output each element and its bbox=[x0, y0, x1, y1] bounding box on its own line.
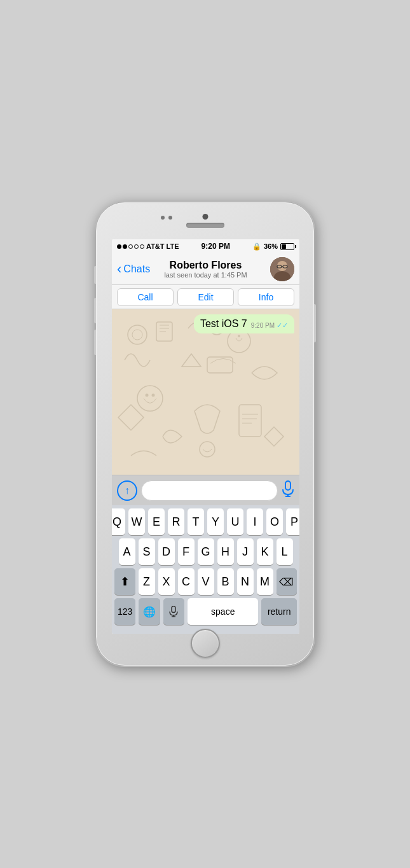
chat-messages: Test iOS 7 9:20 PM ✓✓ bbox=[112, 309, 299, 339]
key-t[interactable]: T bbox=[188, 508, 204, 535]
key-o[interactable]: O bbox=[266, 508, 283, 535]
svg-point-14 bbox=[152, 394, 155, 397]
key-q[interactable]: Q bbox=[112, 508, 125, 535]
network-label: LTE bbox=[167, 242, 179, 250]
avatar-image bbox=[270, 257, 294, 281]
svg-point-12 bbox=[137, 386, 163, 411]
last-seen: last seen today at 1:45 PM bbox=[164, 271, 247, 279]
status-right: 🔒 36% bbox=[252, 242, 294, 251]
key-z[interactable]: Z bbox=[139, 568, 155, 595]
message-time: 9:20 PM bbox=[251, 322, 275, 329]
message-meta: 9:20 PM ✓✓ bbox=[251, 321, 288, 330]
contact-name: Roberto Flores bbox=[164, 260, 247, 271]
speaker bbox=[186, 223, 224, 228]
dot1 bbox=[161, 216, 165, 220]
carrier-label: AT&T bbox=[146, 242, 165, 250]
key-k[interactable]: K bbox=[257, 538, 273, 565]
key-u[interactable]: U bbox=[227, 508, 243, 535]
ear-dots bbox=[161, 216, 172, 220]
keyboard-row-1: Q W E R T Y U I O P bbox=[112, 505, 299, 535]
numbers-key[interactable]: 123 bbox=[114, 598, 135, 625]
key-w[interactable]: W bbox=[128, 508, 145, 535]
message-status: ✓✓ bbox=[277, 321, 288, 330]
battery-fill bbox=[282, 244, 286, 249]
key-g[interactable]: G bbox=[198, 538, 214, 565]
signal-dots bbox=[117, 244, 144, 249]
key-e[interactable]: E bbox=[148, 508, 165, 535]
key-s[interactable]: S bbox=[139, 538, 155, 565]
signal-dot-4 bbox=[134, 244, 139, 249]
key-i[interactable]: I bbox=[247, 508, 263, 535]
battery-percent: 36% bbox=[264, 242, 278, 250]
power-button bbox=[314, 304, 316, 342]
nav-bar: ‹ Chats Roberto Flores last seen today a… bbox=[112, 253, 299, 285]
key-r[interactable]: R bbox=[168, 508, 184, 535]
key-x[interactable]: X bbox=[158, 568, 175, 595]
svg-point-16 bbox=[200, 442, 215, 457]
svg-point-13 bbox=[146, 394, 149, 397]
key-n[interactable]: N bbox=[237, 568, 254, 595]
key-y[interactable]: Y bbox=[207, 508, 224, 535]
message-text: Test iOS 7 bbox=[200, 318, 247, 330]
message-input[interactable] bbox=[141, 480, 278, 501]
time-label: 9:20 PM bbox=[202, 242, 230, 251]
key-l[interactable]: L bbox=[277, 538, 293, 565]
dot2 bbox=[168, 216, 172, 220]
space-key[interactable]: space bbox=[188, 598, 258, 625]
delete-key[interactable]: ⌫ bbox=[277, 568, 297, 595]
key-j[interactable]: J bbox=[237, 538, 254, 565]
phone-frame: AT&T LTE 9:20 PM 🔒 36% ‹ Chats Roberto F… bbox=[95, 202, 315, 666]
key-b[interactable]: B bbox=[217, 568, 234, 595]
phone-screen: AT&T LTE 9:20 PM 🔒 36% ‹ Chats Roberto F… bbox=[112, 239, 299, 634]
lock-icon: 🔒 bbox=[252, 242, 261, 251]
svg-rect-15 bbox=[239, 405, 261, 437]
camera bbox=[202, 214, 208, 220]
return-key[interactable]: return bbox=[261, 598, 297, 625]
status-bar: AT&T LTE 9:20 PM 🔒 36% bbox=[112, 239, 299, 253]
chat-area: Test iOS 7 9:20 PM ✓✓ bbox=[112, 309, 299, 475]
edit-button[interactable]: Edit bbox=[177, 288, 234, 306]
attach-button[interactable]: ↑ bbox=[117, 480, 137, 501]
key-h[interactable]: H bbox=[217, 538, 234, 565]
svg-rect-17 bbox=[285, 481, 290, 490]
mic-button[interactable] bbox=[282, 480, 294, 501]
action-bar: Call Edit Info bbox=[112, 285, 299, 309]
vol-up-button bbox=[94, 298, 96, 323]
mute-button bbox=[94, 266, 96, 284]
back-label: Chats bbox=[123, 263, 150, 275]
key-f[interactable]: F bbox=[178, 538, 195, 565]
signal-dot-1 bbox=[117, 244, 121, 249]
input-bar: ↑ bbox=[112, 475, 299, 505]
svg-rect-20 bbox=[172, 606, 175, 613]
shift-key[interactable]: ⬆ bbox=[114, 568, 135, 595]
vol-down-button bbox=[94, 330, 96, 355]
info-button[interactable]: Info bbox=[238, 288, 294, 306]
keyboard-row-2: A S D F G H J K L bbox=[112, 535, 299, 565]
keyboard-mic-key[interactable] bbox=[163, 598, 184, 625]
message-bubble: Test iOS 7 9:20 PM ✓✓ bbox=[194, 314, 294, 333]
keyboard-row-bottom: 123 🌐 space return bbox=[112, 595, 299, 625]
key-m[interactable]: M bbox=[257, 568, 273, 595]
key-a[interactable]: A bbox=[119, 538, 135, 565]
chevron-left-icon: ‹ bbox=[117, 262, 121, 276]
signal-dot-5 bbox=[140, 244, 144, 249]
key-d[interactable]: D bbox=[158, 538, 175, 565]
keyboard: Q W E R T Y U I O P A S D F G H J K bbox=[112, 505, 299, 634]
key-v[interactable]: V bbox=[198, 568, 214, 595]
signal-dot-3 bbox=[128, 244, 133, 249]
battery-icon bbox=[280, 243, 294, 250]
svg-point-1 bbox=[277, 261, 287, 271]
back-button[interactable]: ‹ Chats bbox=[117, 262, 150, 276]
status-left: AT&T LTE bbox=[117, 242, 179, 250]
call-button[interactable]: Call bbox=[117, 288, 174, 306]
avatar[interactable] bbox=[270, 257, 294, 281]
key-c[interactable]: C bbox=[178, 568, 195, 595]
home-button[interactable] bbox=[191, 629, 220, 658]
signal-dot-2 bbox=[123, 244, 127, 249]
nav-center: Roberto Flores last seen today at 1:45 P… bbox=[164, 260, 247, 279]
attach-icon: ↑ bbox=[125, 485, 130, 496]
globe-key[interactable]: 🌐 bbox=[139, 598, 160, 625]
key-p[interactable]: P bbox=[286, 508, 299, 535]
keyboard-row-3: ⬆ Z X C V B N M ⌫ bbox=[112, 565, 299, 595]
